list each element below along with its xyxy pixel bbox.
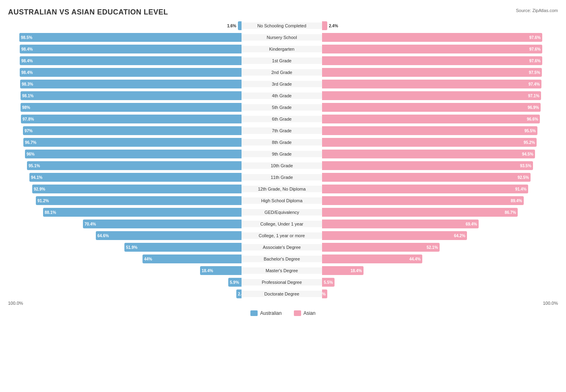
bar-row: 96%9th Grade94.5%: [8, 149, 558, 159]
legend-item-australian: Australian: [250, 310, 281, 316]
bar-row: 98.5%Nursery School97.6%: [8, 32, 558, 43]
bar-row: 2.4%Doctorate Degree2.4%: [8, 289, 558, 299]
axis-right: 100.0%: [543, 301, 558, 306]
chart-title: AUSTRALIAN VS ASIAN EDUCATION LEVEL: [8, 8, 558, 16]
chart-container: AUSTRALIAN VS ASIAN EDUCATION LEVEL Sour…: [8, 8, 558, 316]
legend-item-asian: Asian: [294, 310, 316, 316]
chart-area: 1.6%No Schooling Completed2.4%98.5%Nurse…: [8, 21, 558, 299]
legend: Australian Asian: [8, 310, 558, 316]
bar-row: 70.4%College, Under 1 year69.4%: [8, 219, 558, 229]
axis-labels: 100.0% 100.0%: [8, 301, 558, 306]
bar-row: 98.4%2nd Grade97.5%: [8, 67, 558, 78]
bar-row: 91.2%High School Diploma89.4%: [8, 195, 558, 206]
bar-row: 18.4%Master's Degree18.4%: [8, 265, 558, 276]
source-text: Source: ZipAtlas.com: [516, 8, 558, 13]
bar-row: 98.3%3rd Grade97.4%: [8, 79, 558, 89]
bar-row: 1.6%No Schooling Completed2.4%: [8, 21, 558, 31]
bar-row: 96.7%8th Grade95.2%: [8, 137, 558, 148]
bar-row: 98%5th Grade96.9%: [8, 102, 558, 113]
bar-row: 92.9%12th Grade, No Diploma91.4%: [8, 184, 558, 194]
bar-row: 44%Bachelor's Degree44.4%: [8, 254, 558, 264]
asian-label: Asian: [304, 310, 316, 316]
bar-row: 97.8%6th Grade96.6%: [8, 114, 558, 124]
bar-row: 98.1%4th Grade97.1%: [8, 90, 558, 101]
australian-label: Australian: [260, 310, 281, 316]
bar-row: 5.9%Professional Degree5.5%: [8, 277, 558, 287]
bar-row: 95.1%10th Grade93.5%: [8, 160, 558, 171]
australian-color-box: [250, 310, 258, 316]
bar-row: 51.9%Associate's Degree52.1%: [8, 242, 558, 252]
bar-row: 98.4%Kindergarten97.6%: [8, 44, 558, 54]
bar-row: 94.1%11th Grade92.5%: [8, 172, 558, 183]
bar-row: 98.4%1st Grade97.6%: [8, 55, 558, 66]
asian-color-box: [294, 310, 301, 316]
bar-row: 88.1%GED/Equivalency86.7%: [8, 207, 558, 218]
axis-left: 100.0%: [8, 301, 23, 306]
bar-row: 97%7th Grade95.5%: [8, 125, 558, 136]
bar-row: 64.6%College, 1 year or more64.2%: [8, 230, 558, 241]
